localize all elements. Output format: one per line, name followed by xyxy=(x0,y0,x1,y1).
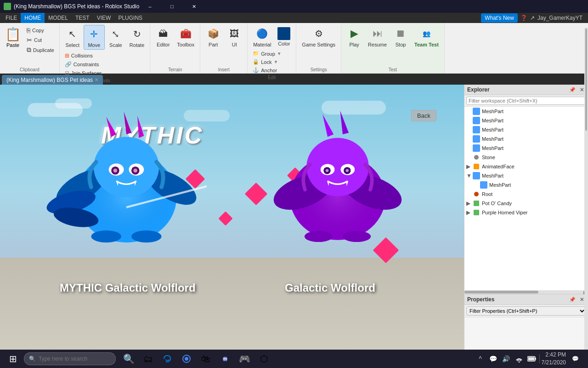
select-button[interactable]: ↖ Select xyxy=(62,25,83,49)
taskbar-app-taskview[interactable]: 🗂 xyxy=(139,350,157,368)
explorer-scrollbar-thumb[interactable] xyxy=(585,29,587,131)
properties-pin-button[interactable]: 📌 xyxy=(569,296,576,303)
terrain-label: Terrain xyxy=(168,66,182,72)
taskbar-app-roblox[interactable]: 🎮 xyxy=(235,350,254,368)
taskbar-app-edge[interactable] xyxy=(158,350,176,368)
svg-rect-40 xyxy=(474,127,479,132)
search-bar[interactable]: 🔍 xyxy=(24,352,116,365)
tree-item-0[interactable]: MeshPart xyxy=(464,107,588,116)
menu-file[interactable]: FILE xyxy=(2,13,21,23)
system-icon-volume[interactable]: 🔊 xyxy=(501,350,512,368)
expand-11[interactable]: ▶ xyxy=(466,209,473,216)
paste-button[interactable]: 📋 Paste xyxy=(3,25,23,50)
game-settings-button[interactable]: ⚙ Game Settings xyxy=(299,25,338,49)
tree-label-3: MeshPart xyxy=(482,136,503,142)
editor-button[interactable]: 🏔 Editor xyxy=(153,25,173,49)
svg-marker-6 xyxy=(106,117,116,137)
taskbar-app-store[interactable]: 🛍 xyxy=(197,350,215,368)
start-button[interactable]: ⊞ xyxy=(2,350,24,368)
duplicate-button[interactable]: ⧉ Duplicate xyxy=(24,45,57,55)
menu-plugins[interactable]: PLUGINS xyxy=(114,13,146,23)
tree-item-5[interactable]: Stone xyxy=(464,153,588,162)
cut-button[interactable]: ✂ Cut xyxy=(24,35,57,45)
help-icon[interactable]: ❓ xyxy=(520,15,527,21)
tab-0[interactable]: (King Marshmallow) BGS Pet ideas ✕ xyxy=(2,75,103,85)
tree-item-2[interactable]: MeshPart xyxy=(464,125,588,134)
ui-label: UI xyxy=(232,42,237,47)
taskbar-app-gamepad[interactable]: ⬡ xyxy=(254,350,273,368)
play-button[interactable]: ▶ Play xyxy=(344,25,364,49)
menu-view[interactable]: VIEW xyxy=(93,13,115,23)
explorer-scrollbar[interactable] xyxy=(584,28,588,368)
team-test-button[interactable]: 👥 Team Test xyxy=(412,25,441,49)
properties-filter-select[interactable]: Filter Properties (Ctrl+Shift+P) xyxy=(466,306,586,316)
expand-7[interactable]: ▼ xyxy=(466,172,473,179)
group-button[interactable]: 📁 Group ▼ xyxy=(250,50,293,58)
taskbar-app-discord[interactable] xyxy=(216,350,234,368)
scale-icon: ⤡ xyxy=(108,27,123,41)
explorer-hscrollbar[interactable]: ▶ xyxy=(464,290,588,294)
constraints-button[interactable]: 🔗 Constraints xyxy=(62,60,147,69)
tree-item-10[interactable]: ▶ Pot O' Candy xyxy=(464,199,588,208)
move-button[interactable]: ✛ Move xyxy=(84,25,105,50)
scale-button[interactable]: ⤡ Scale xyxy=(106,25,126,49)
svg-point-36 xyxy=(305,231,333,242)
notification-button[interactable]: 💬 xyxy=(568,350,582,368)
toolbox-button[interactable]: 🧰 Toolbox xyxy=(174,25,197,49)
explorer-pin-button[interactable]: 📌 xyxy=(569,86,576,93)
toolbox-label: Toolbox xyxy=(177,42,194,47)
ui-button[interactable]: 🖼 UI xyxy=(224,25,244,49)
tree-item-8[interactable]: MeshPart xyxy=(464,180,588,190)
pet-label-right: Galactic Wolflord xyxy=(285,282,375,294)
whats-new-button[interactable]: What's New xyxy=(481,13,518,23)
clock[interactable]: 2:42 PM 7/21/2020 xyxy=(542,351,566,367)
expand-10[interactable]: ▶ xyxy=(466,200,473,207)
taskbar-app-chrome[interactable] xyxy=(177,350,196,368)
duplicate-icon: ⧉ xyxy=(27,46,31,54)
menu-home[interactable]: HOME xyxy=(21,13,45,23)
anchor-button[interactable]: ⚓ Anchor xyxy=(250,66,293,74)
explorer-filter-input[interactable] xyxy=(466,97,586,105)
stop-button[interactable]: ⏹ Stop xyxy=(390,25,411,49)
system-icon-battery[interactable] xyxy=(526,350,537,368)
part-button[interactable]: 📦 Part xyxy=(203,25,223,49)
maximize-button[interactable]: □ xyxy=(161,0,182,13)
color-button[interactable]: Color xyxy=(275,26,293,48)
minimize-button[interactable]: – xyxy=(139,0,160,13)
tree-item-1[interactable]: MeshPart xyxy=(464,116,588,125)
system-icon-network[interactable] xyxy=(514,350,525,368)
taskbar-app-search[interactable]: 🔍 xyxy=(119,350,138,368)
clock-date: 7/21/2020 xyxy=(542,359,566,367)
collisions-button[interactable]: ⊞ Collisions xyxy=(62,52,147,60)
rotate-button[interactable]: ↻ Rotate xyxy=(127,25,147,49)
app-icon xyxy=(4,3,11,10)
tree-item-6[interactable]: ▶ AnimatedFace xyxy=(464,162,588,171)
system-icon-chevron[interactable]: ^ xyxy=(475,350,486,368)
svg-rect-57 xyxy=(528,357,534,361)
copy-button[interactable]: ⎘ Copy xyxy=(24,26,57,35)
properties-controls: 📌 ✕ xyxy=(569,296,585,303)
tree-item-3[interactable]: MeshPart xyxy=(464,134,588,144)
system-icon-msg[interactable]: 💬 xyxy=(488,350,499,368)
svg-rect-46 xyxy=(481,182,486,188)
tree-item-4[interactable]: MeshPart xyxy=(464,144,588,153)
tab-0-close[interactable]: ✕ xyxy=(95,77,98,82)
tree-item-7[interactable]: ▼ MeshPart xyxy=(464,171,588,180)
share-icon[interactable]: ↗ xyxy=(530,15,535,21)
explorer-controls: 📌 ✕ xyxy=(569,86,585,93)
close-button[interactable]: ✕ xyxy=(183,0,204,13)
expand-6[interactable]: ▶ xyxy=(466,163,473,170)
svg-rect-49 xyxy=(474,210,479,215)
svg-rect-39 xyxy=(474,118,479,123)
menu-model[interactable]: MODEL xyxy=(45,13,72,23)
tree-item-9[interactable]: Root xyxy=(464,190,588,199)
material-button[interactable]: 🔵 Material xyxy=(250,25,274,49)
svg-point-32 xyxy=(326,169,329,172)
resume-button[interactable]: ⏭ Resume xyxy=(365,25,390,49)
tree-label-1: MeshPart xyxy=(482,118,503,123)
menu-test[interactable]: TEST xyxy=(72,13,93,23)
search-input[interactable] xyxy=(39,356,111,362)
lock-button[interactable]: 🔒 Lock ▼ xyxy=(250,58,293,66)
tree-item-11[interactable]: ▶ Purple Horned Viper xyxy=(464,208,588,217)
explorer-hscrollbar-thumb[interactable] xyxy=(464,291,538,293)
